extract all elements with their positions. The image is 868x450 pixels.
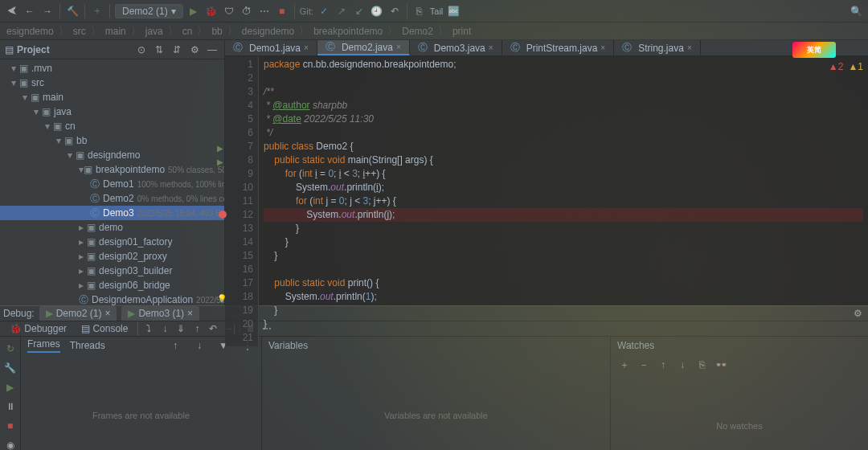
breadcrumb-item[interactable]: breakpointdemo xyxy=(312,26,384,37)
tree-item[interactable]: ⒸDemo20% methods, 0% lines cove xyxy=(0,191,224,206)
tree-item[interactable]: ▸▣design03_builder xyxy=(0,264,224,278)
breadcrumb-item[interactable]: main xyxy=(104,26,128,37)
breadcrumb-item[interactable]: designdemo xyxy=(240,26,296,37)
debug-session-tab[interactable]: ▶ Demo2 (1) × xyxy=(39,306,117,321)
breadcrumb-item[interactable]: esigndemo xyxy=(5,26,55,37)
tree-item[interactable]: ⒸDesigndemoApplication2022/5/25 15 xyxy=(0,292,224,305)
editor-tab[interactable]: ⒸDemo1.java× xyxy=(225,40,317,55)
git-label: Git: xyxy=(300,6,313,16)
expand-all-icon[interactable]: ⇅ xyxy=(152,43,166,57)
watch-down-icon[interactable]: ↓ xyxy=(675,358,690,372)
step-out-icon[interactable]: ↑ xyxy=(190,321,204,336)
tree-item[interactable]: ▸▣design02_proxy xyxy=(0,249,224,264)
inspection-widget[interactable]: ▲2 ▲1 xyxy=(829,61,863,72)
force-step-icon[interactable]: ⇓ xyxy=(174,321,188,336)
close-icon[interactable]: × xyxy=(687,43,692,52)
git-pull-icon[interactable]: ↙ xyxy=(352,4,366,18)
main-toolbar: ⮜ ← → 🔨 ＋ Demo2 (1) ▾ ▶ 🐞 🛡 ⏱ ⋯ ■ Git: ✓… xyxy=(0,0,868,22)
git-update-icon[interactable]: ✓ xyxy=(317,4,331,18)
coverage-icon[interactable]: 🛡 xyxy=(222,4,236,18)
breadcrumb-item[interactable]: src xyxy=(72,26,88,37)
attach-icon[interactable]: ⋯ xyxy=(257,4,272,18)
add-config-icon[interactable]: ＋ xyxy=(90,4,104,18)
tree-item[interactable]: ▾▣designdemo xyxy=(0,148,224,162)
java-file-icon: Ⓒ xyxy=(418,41,428,55)
tree-item[interactable]: ▾▣main xyxy=(0,90,224,104)
close-icon[interactable]: × xyxy=(104,308,110,319)
git-push-icon[interactable]: ↗ xyxy=(334,4,349,18)
breadcrumb-item[interactable]: Demo2 xyxy=(400,26,435,37)
project-tree[interactable]: ▾▣.mvn▾▣src▾▣main▾▣java▾▣cn▾▣bb▾▣designd… xyxy=(0,59,224,305)
git-history-icon[interactable]: 🕘 xyxy=(370,4,384,18)
project-view-icon[interactable]: ▤ xyxy=(5,44,14,55)
tree-item[interactable]: ▸▣demo xyxy=(0,220,224,235)
tree-item[interactable]: ⒸDemo1100% methods, 100% lines xyxy=(0,177,224,191)
modify-run-icon[interactable]: 🔧 xyxy=(3,361,18,375)
pause-icon[interactable]: ⏸ xyxy=(3,399,18,414)
tree-item[interactable]: ▾▣src xyxy=(0,76,224,90)
expand-icon[interactable]: ⮜ xyxy=(5,4,19,18)
breadcrumb-item[interactable]: java xyxy=(144,26,165,37)
code-area[interactable]: package cn.bb.designdemo.breakpointdemo;… xyxy=(259,56,868,346)
watch-up-icon[interactable]: ↑ xyxy=(656,358,670,372)
tree-item[interactable]: ▾▣java xyxy=(0,104,224,119)
tree-item[interactable]: ▸▣design06_bridge xyxy=(0,278,224,292)
close-icon[interactable]: × xyxy=(187,308,193,319)
step-over-icon[interactable]: ⤵ xyxy=(141,321,156,336)
settings-icon[interactable]: ⚙ xyxy=(187,43,202,57)
step-into-icon[interactable]: ↓ xyxy=(158,321,172,336)
prev-frame-icon[interactable]: ↑ xyxy=(168,338,182,353)
breadcrumb-item[interactable]: print xyxy=(451,26,473,37)
collapse-all-icon[interactable]: ⇵ xyxy=(170,43,184,57)
build-icon[interactable]: 🔨 xyxy=(65,4,80,18)
close-icon[interactable]: × xyxy=(396,43,401,51)
breadcrumb-item[interactable]: bb xyxy=(210,26,223,37)
editor-tab[interactable]: ⒸDemo3.java× xyxy=(410,40,502,55)
editor-tab[interactable]: ⒸDemo2.java× xyxy=(317,40,410,55)
ide-logo: 英简 xyxy=(792,42,836,58)
resume-icon[interactable]: ▶ xyxy=(3,380,18,395)
threads-tab[interactable]: Threads xyxy=(70,340,105,351)
nav-back-icon[interactable]: ← xyxy=(23,4,37,18)
hide-icon[interactable]: — xyxy=(205,43,219,57)
nav-fwd-icon[interactable]: → xyxy=(40,4,55,18)
drop-frame-icon[interactable]: ↶ xyxy=(206,321,220,336)
tree-item[interactable]: ▾▣breakpointdemo50% classes, 50% l xyxy=(0,162,224,177)
editor-tab[interactable]: ⒸPrintStream.java× xyxy=(502,40,615,55)
breadcrumb-item[interactable]: cn xyxy=(181,26,194,37)
debug-session-tab[interactable]: ▶ Demo3 (1) × xyxy=(121,306,199,321)
profile-icon[interactable]: ⏱ xyxy=(240,4,254,18)
next-frame-icon[interactable]: ↓ xyxy=(192,338,207,353)
frames-tab[interactable]: Frames xyxy=(27,338,60,353)
stop-icon[interactable]: ■ xyxy=(275,4,289,18)
translate-icon[interactable]: 🔤 xyxy=(446,4,461,18)
trace-icon[interactable]: ⎘ xyxy=(412,4,427,18)
tree-item[interactable]: ▾▣.mvn xyxy=(0,61,224,76)
run-icon[interactable]: ▶ xyxy=(186,4,201,18)
debug-icon[interactable]: 🐞 xyxy=(204,4,219,18)
view-breakpoints-icon[interactable]: ◉ xyxy=(3,438,18,450)
show-watches-icon[interactable]: 👓 xyxy=(714,358,728,372)
tree-item[interactable]: ▾▣cn xyxy=(0,119,224,133)
stop-debug-icon[interactable]: ■ xyxy=(3,419,18,433)
tree-item[interactable]: ▸▣design01_factory xyxy=(0,235,224,249)
editor: 英简 ⒸDemo1.java×ⒸDemo2.java×ⒸDemo3.java×Ⓒ… xyxy=(225,40,868,305)
add-watch-icon[interactable]: ＋ xyxy=(617,358,632,372)
tree-item[interactable]: ⒸDemo32022/5/25 15:04, 493 B 30 xyxy=(0,206,224,220)
editor-gutter[interactable]: 1234567▶8▶9101112131415161718💡192021 xyxy=(225,56,259,346)
duplicate-watch-icon[interactable]: ⎘ xyxy=(694,358,709,372)
debugger-tab[interactable]: 🐞 Debugger xyxy=(3,321,73,336)
run-config-selector[interactable]: Demo2 (1) ▾ xyxy=(115,4,183,18)
console-tab[interactable]: ▤ Console xyxy=(75,321,134,336)
editor-tab[interactable]: ⒸString.java× xyxy=(614,40,701,55)
git-rollback-icon[interactable]: ↶ xyxy=(387,4,402,18)
rerun-icon[interactable]: ↻ xyxy=(3,342,18,356)
remove-watch-icon[interactable]: － xyxy=(637,358,651,372)
tree-item[interactable]: ▾▣bb xyxy=(0,133,224,148)
select-opened-icon[interactable]: ⊙ xyxy=(134,43,149,57)
search-icon[interactable]: 🔍 xyxy=(849,4,863,18)
close-icon[interactable]: × xyxy=(600,43,605,52)
close-icon[interactable]: × xyxy=(304,43,309,52)
watches-empty: No watches xyxy=(611,375,868,450)
close-icon[interactable]: × xyxy=(489,43,493,52)
